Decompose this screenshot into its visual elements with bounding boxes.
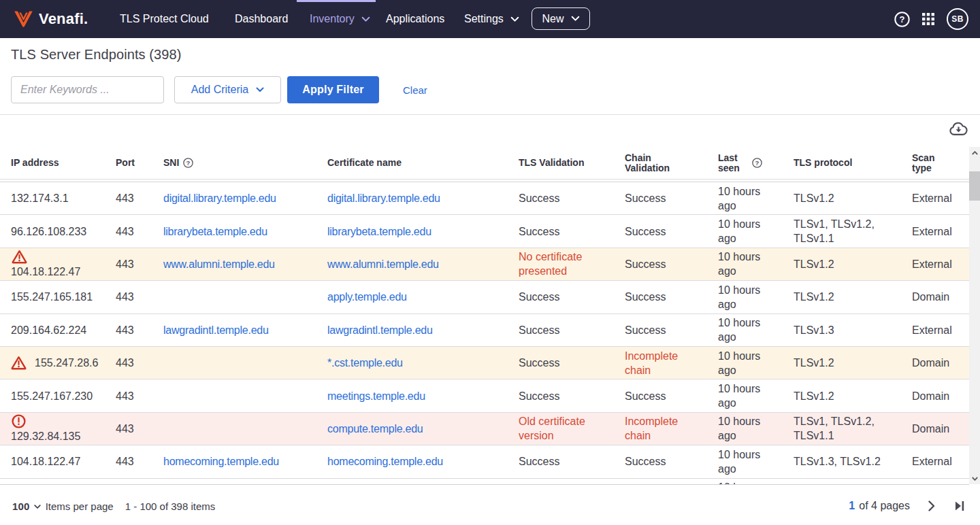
column-header-last-seen[interactable]: Last seen ? <box>718 147 794 179</box>
error-circle-icon <box>12 414 80 428</box>
page-count-label: of 4 pages <box>859 500 910 512</box>
scrollbar-thumb[interactable] <box>969 171 980 201</box>
add-criteria-button[interactable]: Add Criteria <box>174 76 281 103</box>
cell-chain-validation: Success <box>625 379 718 411</box>
warning-triangle-icon <box>12 250 80 264</box>
chevron-down-icon <box>256 87 264 92</box>
cell-last-seen: 10 hours ago <box>718 248 794 280</box>
cell-tls-validation: Success <box>519 379 625 411</box>
cell-tls-protocol: TLSv1.3 <box>794 314 912 346</box>
keyword-search-input[interactable] <box>11 76 164 103</box>
table-row[interactable]: 104.18.122.47 443 www.alumni.temple.edu … <box>0 248 969 281</box>
table-row[interactable]: 209.164.62.224 443 lawgradintl.temple.ed… <box>0 314 969 347</box>
column-header-sni[interactable]: SNI ? <box>163 147 327 179</box>
table-row[interactable]: 104.18.122.47 443 homecoming.temple.edu … <box>0 445 969 478</box>
page-size-value[interactable]: 100 <box>12 501 30 512</box>
nav-utility-icons: ? SB <box>894 0 968 38</box>
nav-item-settings[interactable]: Settings <box>464 0 519 38</box>
column-header-scan-type[interactable]: Scan type <box>912 147 969 179</box>
cell-last-seen: 10 hours ago <box>718 182 794 214</box>
current-page-number[interactable]: 1 <box>849 500 855 512</box>
cell-tls-protocol: TLSv1.2 <box>794 347 912 379</box>
column-header-tls-protocol[interactable]: TLS protocol <box>794 147 912 179</box>
nav-item-tls-protect-cloud[interactable]: TLS Protect Cloud <box>120 0 209 38</box>
table-row[interactable]: 155.247.28.6 443 *.cst.temple.edu Succes… <box>0 347 969 379</box>
cell-port: 443 <box>116 314 163 346</box>
help-icon[interactable]: ? <box>894 12 910 27</box>
cell-chain-validation: Success <box>625 182 718 214</box>
last-page-button[interactable] <box>955 501 964 511</box>
export-download-icon[interactable] <box>949 122 968 139</box>
cell-certificate-name: www.alumni.temple.edu <box>327 248 519 280</box>
venafi-logo[interactable]: Venafi. <box>14 0 88 38</box>
cell-last-seen: 10 hours ago <box>718 347 794 379</box>
cell-ip-address: 155.247.165.181 <box>0 281 116 313</box>
cell-sni <box>163 413 327 445</box>
cell-ip-address: 209.164.62.224 <box>0 314 116 346</box>
cell-tls-validation <box>519 479 625 485</box>
cell-scan-type: Domain <box>912 281 969 313</box>
cell-tls-protocol: TLSv1.2 <box>794 248 912 280</box>
column-header-tls-validation[interactable]: TLS Validation <box>519 147 625 179</box>
app-switcher-icon[interactable] <box>922 13 934 25</box>
cell-sni <box>163 479 327 485</box>
user-avatar[interactable]: SB <box>947 8 968 30</box>
cell-last-seen: 10 hours ago <box>718 215 794 247</box>
cell-certificate-name: digital.library.temple.edu <box>327 182 519 214</box>
nav-item-dashboard[interactable]: Dashboard <box>235 0 288 38</box>
svg-text:?: ? <box>186 159 191 167</box>
cell-chain-validation: Success <box>625 314 718 346</box>
cell-ip-address: 132.174.3.1 <box>0 182 116 214</box>
top-navigation-bar: Venafi. TLS Protect Cloud Dashboard Inve… <box>0 0 980 38</box>
cell-scan-type: Domain <box>912 413 969 445</box>
cell-scan-type: Domain <box>912 347 969 379</box>
cell-certificate-name: *.cst.temple.edu <box>327 347 519 379</box>
clear-filter-link[interactable]: Clear <box>403 76 427 103</box>
cell-last-seen: 10 hours ago <box>718 379 794 411</box>
column-header-chain-validation[interactable]: Chain Validation <box>625 147 718 179</box>
table-row[interactable]: 155.247.167.230 443 meetings.temple.edu … <box>0 379 969 412</box>
column-header-ip-address[interactable]: IP address <box>0 147 116 179</box>
cell-port: 443 <box>116 248 163 280</box>
cell-tls-protocol: TLSv1.2 <box>794 182 912 214</box>
scrollbar-up-arrow[interactable] <box>969 147 980 158</box>
nav-item-inventory[interactable]: Inventory <box>310 0 370 38</box>
scrollbar-down-arrow[interactable] <box>969 473 980 484</box>
cell-tls-protocol: TLSv1.2 <box>794 281 912 313</box>
page-title: TLS Server Endpoints (398) <box>11 47 182 63</box>
apply-filter-button[interactable]: Apply Filter <box>287 76 379 103</box>
cell-last-seen: 10 hours ago <box>718 445 794 477</box>
table-row[interactable]: 10 hours ago <box>0 479 969 485</box>
cell-port: 443 <box>116 445 163 477</box>
table-header-row: IP address Port SNI ? Certificate name T… <box>0 147 969 180</box>
table-row[interactable]: 129.32.84.135 443 compute.temple.edu Old… <box>0 413 969 445</box>
column-header-port[interactable]: Port <box>116 147 163 179</box>
cell-sni: homecoming.temple.edu <box>163 445 327 477</box>
cell-tls-validation: Success <box>519 281 625 313</box>
cell-sni <box>163 281 327 313</box>
cell-last-seen: 10 hours ago <box>718 314 794 346</box>
chevron-down-icon[interactable] <box>34 505 41 509</box>
cell-chain-validation: Success <box>625 281 718 313</box>
vertical-scrollbar[interactable] <box>969 147 980 484</box>
new-button[interactable]: New <box>532 7 590 30</box>
chevron-down-icon <box>510 16 519 22</box>
nav-item-applications[interactable]: Applications <box>386 0 444 38</box>
cell-tls-protocol: TLSv1, TLSv1.2, TLSv1.1 <box>794 215 912 247</box>
help-icon[interactable]: ? <box>183 158 193 168</box>
cell-tls-validation: Success <box>519 215 625 247</box>
cell-tls-validation: Old certificate version <box>519 413 625 445</box>
table-row[interactable]: 96.126.108.233 443 librarybeta.temple.ed… <box>0 215 969 248</box>
cell-sni <box>163 347 327 379</box>
table-row[interactable]: 155.247.165.181 443 apply.temple.edu Suc… <box>0 281 969 314</box>
column-header-certificate-name[interactable]: Certificate name <box>327 147 519 179</box>
help-icon[interactable]: ? <box>752 158 762 168</box>
cell-tls-protocol: TLSv1.2 <box>794 379 912 411</box>
cell-tls-validation: Success <box>519 182 625 214</box>
table-row[interactable]: 132.174.3.1 443 digital.library.temple.e… <box>0 182 969 215</box>
next-page-button[interactable] <box>928 501 935 511</box>
cell-port: 443 <box>116 182 163 214</box>
cell-sni: librarybeta.temple.edu <box>163 215 327 247</box>
cell-chain-validation: Success <box>625 248 718 280</box>
cell-chain-validation: Incomplete chain <box>625 347 718 379</box>
